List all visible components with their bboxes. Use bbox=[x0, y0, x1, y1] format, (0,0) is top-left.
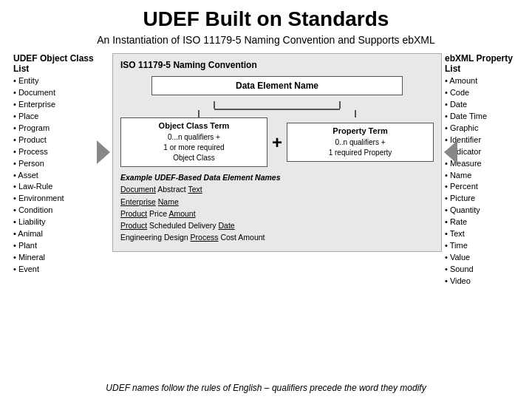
example-4: Product Scheduled Delivery Date bbox=[120, 221, 235, 230]
conn-line-left bbox=[198, 110, 200, 117]
ex4-underline: Product bbox=[120, 221, 147, 230]
right-col-item: • Code bbox=[445, 87, 519, 99]
right-col-item: • Video bbox=[445, 276, 519, 287]
left-col-item: • Law-Rule bbox=[13, 181, 109, 193]
left-col-title: UDEF Object Class List bbox=[13, 53, 109, 74]
ex3-underline: Product bbox=[120, 209, 147, 218]
vert-line-left bbox=[214, 101, 215, 109]
ex1-text: Text bbox=[188, 185, 202, 194]
left-col-item: • Asset bbox=[13, 170, 109, 182]
middle-column: ISO 11179-5 Naming Convention Data Eleme… bbox=[112, 53, 442, 378]
ex3-amount: Amount bbox=[168, 209, 195, 218]
object-class-sub: 0...n qualifiers +1 or more requiredObje… bbox=[126, 132, 262, 163]
examples-section: Example UDEF-Based Data Element Names Do… bbox=[120, 171, 434, 244]
left-col-item: • Entity bbox=[13, 75, 109, 87]
property-sub: 0..n qualifiers +1 required Property bbox=[292, 137, 429, 158]
right-col-item: • Time bbox=[445, 240, 519, 252]
left-col-item: • Animal bbox=[13, 228, 109, 240]
example-3: Product Price Amount bbox=[120, 209, 196, 218]
right-col-title: ebXML Property List bbox=[445, 53, 519, 74]
main-title: UDEF Built on Standards bbox=[13, 7, 519, 31]
right-column: ebXML Property List • Amount• Code• Date… bbox=[445, 53, 519, 378]
right-col-item: • Percent bbox=[445, 181, 519, 193]
vert-line-right bbox=[339, 101, 341, 109]
left-col-item: • Product bbox=[13, 134, 109, 146]
property-box: Property Term 0..n qualifiers +1 require… bbox=[287, 123, 434, 162]
right-col-item: • Value bbox=[445, 252, 519, 264]
right-col-item: • Amount bbox=[445, 75, 519, 87]
sub-boxes-row: Object Class Term 0...n qualifiers +1 or… bbox=[120, 117, 434, 167]
ex1-underline: Document bbox=[120, 185, 156, 194]
left-col-item: • Mineral bbox=[13, 252, 109, 264]
property-title: Property Term bbox=[292, 126, 429, 135]
left-col-item: • Person bbox=[13, 158, 109, 170]
ex2-name: Name bbox=[158, 197, 179, 206]
left-col-items: • Entity• Document• Enterprise• Place• P… bbox=[13, 75, 109, 276]
ex5-process: Process bbox=[191, 233, 219, 242]
right-col-items: • Amount• Code• Date• Date Time• Graphic… bbox=[445, 75, 519, 287]
right-col-item: • Quantity bbox=[445, 205, 519, 216]
left-col-item: • Condition bbox=[13, 205, 109, 216]
left-col-item: • Plant bbox=[13, 240, 109, 252]
left-col-item: • Process bbox=[13, 146, 109, 158]
left-arrow-shape bbox=[444, 140, 457, 164]
right-col-item: • Picture bbox=[445, 193, 519, 205]
subtitle: An Instantiation of ISO 11179-5 Naming C… bbox=[13, 34, 519, 46]
plus-sign: + bbox=[272, 132, 282, 153]
left-col-item: • Document bbox=[13, 87, 109, 99]
right-col-item: • Date bbox=[445, 99, 519, 111]
iso-box: ISO 11179-5 Naming Convention Data Eleme… bbox=[112, 53, 442, 252]
left-col-item: • Program bbox=[13, 123, 109, 134]
example-2: Enterprise Name bbox=[120, 197, 179, 206]
iso-box-title: ISO 11179-5 Naming Convention bbox=[120, 60, 434, 70]
left-col-item: • Enterprise bbox=[13, 99, 109, 111]
right-col-item: • Sound bbox=[445, 264, 519, 276]
right-col-item: • Graphic bbox=[445, 123, 519, 134]
example-5: Engineering Design Process Cost Amount bbox=[120, 233, 265, 242]
right-arrow-shape bbox=[97, 140, 110, 164]
ex2-underline: Enterprise bbox=[120, 197, 156, 206]
data-element-name-box: Data Element Name bbox=[151, 76, 402, 95]
right-col-item: • Rate bbox=[445, 216, 519, 228]
left-col-item: • Liability bbox=[13, 216, 109, 228]
examples-title: Example UDEF-Based Data Element Names bbox=[120, 173, 281, 182]
conn-line-right bbox=[355, 110, 356, 117]
conn-row bbox=[120, 110, 434, 117]
left-arrow bbox=[97, 140, 110, 164]
right-arrow bbox=[444, 140, 457, 164]
content-area: UDEF Object Class List • Entity• Documen… bbox=[13, 53, 519, 378]
horiz-line-container bbox=[151, 109, 402, 110]
page: UDEF Built on Standards An Instantiation… bbox=[0, 0, 532, 399]
horiz-line bbox=[214, 109, 340, 110]
right-col-item: • Date Time bbox=[445, 111, 519, 123]
object-class-box: Object Class Term 0...n qualifiers +1 or… bbox=[120, 117, 267, 167]
vert-lines-top bbox=[151, 101, 402, 109]
bottom-text: UDEF names follow the rules of English –… bbox=[13, 383, 519, 393]
left-column: UDEF Object Class List • Entity• Documen… bbox=[13, 53, 109, 378]
ex4-date: Date bbox=[219, 221, 235, 230]
example-1: Document Abstract Text bbox=[120, 185, 202, 194]
right-col-item: • Text bbox=[445, 228, 519, 240]
object-class-title: Object Class Term bbox=[126, 121, 262, 130]
left-col-item: • Place bbox=[13, 111, 109, 123]
left-col-item: • Event bbox=[13, 264, 109, 276]
right-col-item: • Name bbox=[445, 170, 519, 182]
left-col-item: • Environment bbox=[13, 193, 109, 205]
